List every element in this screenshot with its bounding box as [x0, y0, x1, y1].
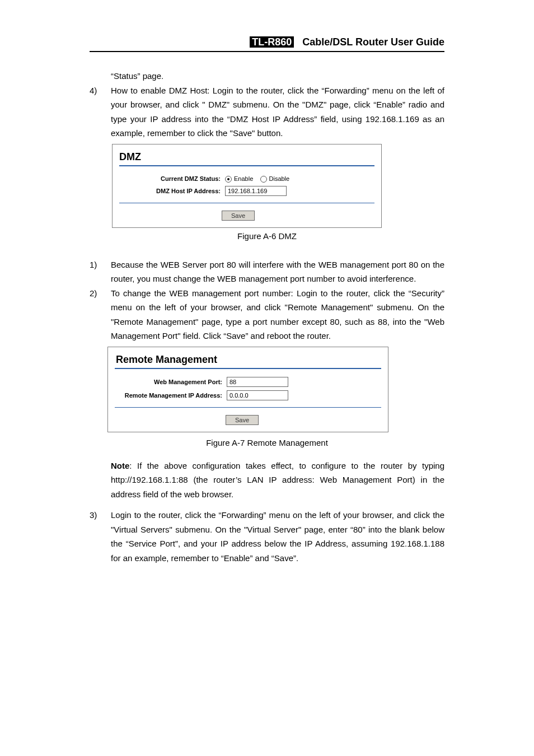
rm-panel-title: Remote Management — [116, 354, 380, 366]
rm-save-button[interactable]: Save — [226, 415, 259, 425]
divider — [119, 203, 374, 203]
dmz-save-button[interactable]: Save — [222, 211, 255, 221]
enable-radio[interactable] — [225, 176, 232, 183]
disable-radio[interactable] — [260, 176, 267, 183]
enable-radio-label: Enable — [234, 175, 253, 182]
note-text: : If the above configuration takes effec… — [111, 461, 444, 499]
prev-continuation: “Status” page. — [111, 69, 444, 83]
dmz-status-label: Current DMZ Status: — [123, 175, 225, 182]
divider — [119, 165, 374, 166]
header-title-text — [297, 36, 302, 48]
dmz-panel-title: DMZ — [119, 151, 374, 163]
divider — [115, 407, 381, 408]
step-4-number: 4) — [90, 83, 111, 141]
rm-port-input[interactable]: 88 — [227, 377, 288, 387]
rm-ip-input[interactable]: 0.0.0.0 — [227, 390, 288, 400]
figure-a7-caption: Figure A-7 Remote Management — [90, 438, 444, 447]
remote-management-panel: Remote Management Web Management Port: 8… — [107, 347, 388, 432]
note-label: Note — [111, 461, 129, 470]
step-1-text: Because the WEB Server port 80 will inte… — [111, 258, 444, 286]
figure-a6-caption: Figure A-6 DMZ — [90, 231, 444, 241]
model-box: TL-R860 — [250, 36, 294, 48]
dmz-ip-input[interactable]: 192.168.1.169 — [225, 186, 287, 196]
step-1-number: 1) — [90, 258, 111, 286]
page-header: TL-R860 Cable/DSL Router User Guide — [90, 36, 444, 52]
note-block: Note: If the above configuration takes e… — [111, 459, 444, 502]
step-3-number: 3) — [90, 508, 111, 565]
step-4-text: How to enable DMZ Host: Login to the rou… — [111, 83, 444, 141]
disable-radio-label: Disable — [269, 175, 290, 182]
dmz-status-options: Enable Disable — [225, 175, 289, 183]
rm-ip-label: Remote Management IP Address: — [116, 392, 227, 399]
step-2-text: To change the WEB management port number… — [111, 286, 444, 343]
dmz-ip-label: DMZ Host IP Address: — [123, 188, 225, 194]
header-guide: Cable/DSL Router User Guide — [302, 36, 444, 48]
divider — [115, 368, 381, 369]
step-2-number: 2) — [90, 286, 111, 343]
rm-port-label: Web Management Port: — [116, 379, 227, 385]
step-3-text: Login to the router, click the “Forwardi… — [111, 508, 444, 565]
dmz-panel: DMZ Current DMZ Status: Enable Disable D… — [112, 144, 382, 228]
